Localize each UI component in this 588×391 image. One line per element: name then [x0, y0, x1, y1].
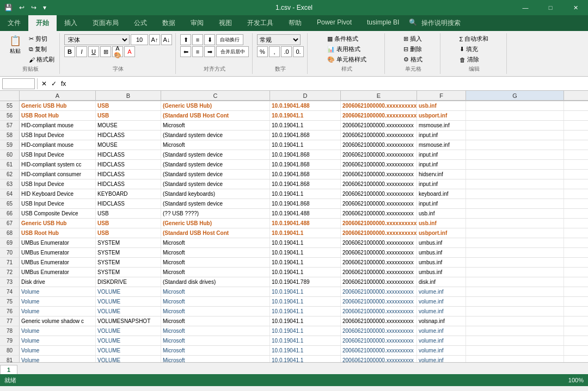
align-middle-button[interactable]: ≡: [192, 34, 203, 45]
align-bottom-button[interactable]: ⬇: [204, 34, 215, 45]
cell-f[interactable]: umbus.inf: [417, 258, 466, 267]
cell-b[interactable]: SYSTEM: [96, 258, 161, 267]
cell-e[interactable]: 20060621000000.xxxxxxxxxx: [341, 150, 417, 159]
cell-h[interactable]: [564, 228, 588, 238]
cell-e[interactable]: 20060621000000.xxxxxxxxxx: [341, 268, 417, 277]
decrease-font-button[interactable]: A↓: [161, 34, 172, 45]
minimize-button[interactable]: —: [513, 0, 538, 15]
cell-b[interactable]: USB: [96, 219, 161, 228]
cell-b[interactable]: SYSTEM: [96, 238, 161, 247]
cell-c[interactable]: (Standard disk drives): [161, 277, 270, 287]
table-row[interactable]: 64HID Keyboard DeviceKEYBOARD(Standard k…: [0, 189, 588, 199]
cell-d[interactable]: 10.0.19041.868: [270, 199, 341, 208]
cell-a[interactable]: Volume: [20, 356, 96, 362]
cell-g[interactable]: [466, 268, 564, 277]
cell-c[interactable]: Microsoft: [161, 287, 270, 296]
cell-h[interactable]: [564, 277, 588, 287]
cell-b[interactable]: HIDCLASS: [96, 179, 161, 189]
cell-b[interactable]: HIDCLASS: [96, 199, 161, 208]
cell-h[interactable]: [564, 101, 588, 110]
cell-a[interactable]: HID-compliant mouse: [20, 121, 96, 130]
cell-g[interactable]: [466, 111, 564, 120]
cell-d[interactable]: 10.0.19041.1: [270, 121, 341, 130]
col-header-f[interactable]: F: [417, 91, 466, 101]
cell-c[interactable]: Microsoft: [161, 346, 270, 355]
cell-h[interactable]: [564, 131, 588, 140]
cell-d[interactable]: 10.0.19041.868: [270, 170, 341, 179]
col-header-h[interactable]: H: [564, 91, 588, 101]
cell-e[interactable]: 20060621000000.xxxxxxxxxx: [341, 228, 417, 238]
tab-tusimple[interactable]: tusimple BI: [359, 15, 407, 31]
cell-e[interactable]: 20060621000000.xxxxxxxxxx: [341, 248, 417, 257]
cell-b[interactable]: DISKDRIVE: [96, 277, 161, 287]
cell-f[interactable]: volume.inf: [417, 336, 466, 345]
cell-e[interactable]: 20060621000000.xxxxxxxxxx: [341, 121, 417, 130]
cell-f[interactable]: msmouse.inf: [417, 140, 466, 150]
cell-e[interactable]: 20060621000000.xxxxxxxxxx: [341, 287, 417, 296]
number-format-select[interactable]: 常规: [257, 34, 301, 45]
cell-f[interactable]: volume.inf: [417, 297, 466, 306]
table-row[interactable]: 69UMBus EnumeratorSYSTEMMicrosoft10.0.19…: [0, 238, 588, 248]
cell-e[interactable]: 20060621000000.xxxxxxxxxx: [341, 219, 417, 228]
cell-h[interactable]: [564, 160, 588, 169]
customize-icon[interactable]: ▾: [41, 3, 48, 13]
cell-b[interactable]: HIDCLASS: [96, 150, 161, 159]
cell-b[interactable]: VOLUME: [96, 287, 161, 296]
cell-c[interactable]: (Standard system device: [161, 179, 270, 189]
cell-b[interactable]: VOLUME: [96, 326, 161, 336]
cell-e[interactable]: 20060621000000.xxxxxxxxxx: [341, 131, 417, 140]
cell-a[interactable]: HID-compliant system cc: [20, 160, 96, 169]
cell-f[interactable]: umbus.inf: [417, 268, 466, 277]
cell-e[interactable]: 20060621000000.xxxxxxxxxx: [341, 326, 417, 336]
table-row[interactable]: 74VolumeVOLUMEMicrosoft10.0.19041.120060…: [0, 287, 588, 297]
table-row[interactable]: 62HID-compliant consumerHIDCLASS(Standar…: [0, 170, 588, 179]
format-painter-button[interactable]: 🖌格式刷: [27, 55, 56, 64]
cell-e[interactable]: 20060621000000.xxxxxxxxxx: [341, 238, 417, 247]
cell-h[interactable]: [564, 150, 588, 159]
cell-h[interactable]: [564, 219, 588, 228]
cell-g[interactable]: [466, 307, 564, 316]
col-header-g[interactable]: G: [466, 91, 564, 101]
cell-f[interactable]: input.inf: [417, 131, 466, 140]
cell-d[interactable]: 10.0.19041.488: [270, 101, 341, 110]
cell-c[interactable]: (Standard USB Host Cont: [161, 228, 270, 238]
cell-d[interactable]: 10.0.19041.1: [270, 336, 341, 345]
cell-e[interactable]: 20060621000000.xxxxxxxxxx: [341, 101, 417, 110]
wrap-text-button[interactable]: 自动换行: [216, 34, 243, 45]
cell-h[interactable]: [564, 238, 588, 247]
table-row[interactable]: 59HID-compliant mouseMOUSEMicrosoft10.0.…: [0, 140, 588, 150]
cell-e[interactable]: 20060621000000.xxxxxxxxxx: [341, 170, 417, 179]
cell-f[interactable]: usb.inf: [417, 101, 466, 110]
cell-f[interactable]: volsnap.inf: [417, 316, 466, 326]
cell-c[interactable]: (Generic USB Hub): [161, 101, 270, 110]
tab-data[interactable]: 数据: [155, 15, 183, 31]
cell-e[interactable]: 20060621000000.xxxxxxxxxx: [341, 346, 417, 355]
cell-c[interactable]: (?? USB ????): [161, 209, 270, 218]
cell-c[interactable]: (Standard USB Host Cont: [161, 111, 270, 120]
search-label[interactable]: 操作说明搜索: [419, 15, 463, 31]
format-cells-button[interactable]: ⚙格式: [402, 55, 424, 64]
cell-c[interactable]: (Standard system device: [161, 131, 270, 140]
fill-color-button[interactable]: A🎨: [112, 46, 123, 57]
cell-c[interactable]: Microsoft: [161, 356, 270, 362]
font-family-select[interactable]: 宋体: [64, 34, 130, 45]
cell-f[interactable]: volume.inf: [417, 287, 466, 296]
cell-b[interactable]: SYSTEM: [96, 248, 161, 257]
cell-a[interactable]: Generic USB Hub: [20, 101, 96, 110]
tab-file[interactable]: 文件: [0, 15, 28, 31]
cell-d[interactable]: 10.0.19041.488: [270, 219, 341, 228]
cell-f[interactable]: usbport.inf: [417, 228, 466, 238]
cell-c[interactable]: (Standard keyboards): [161, 189, 270, 198]
increase-decimal-button[interactable]: .0: [281, 46, 292, 57]
cell-g[interactable]: [466, 101, 564, 110]
col-header-c[interactable]: C: [161, 91, 270, 101]
cell-h[interactable]: [564, 189, 588, 198]
cell-b[interactable]: SYSTEM: [96, 268, 161, 277]
cell-f[interactable]: umbus.inf: [417, 238, 466, 247]
cell-c[interactable]: Microsoft: [161, 316, 270, 326]
cell-b[interactable]: MOUSE: [96, 121, 161, 130]
cell-h[interactable]: [564, 199, 588, 208]
italic-button[interactable]: I: [76, 46, 87, 57]
cell-c[interactable]: Microsoft: [161, 336, 270, 345]
cell-g[interactable]: [466, 140, 564, 150]
